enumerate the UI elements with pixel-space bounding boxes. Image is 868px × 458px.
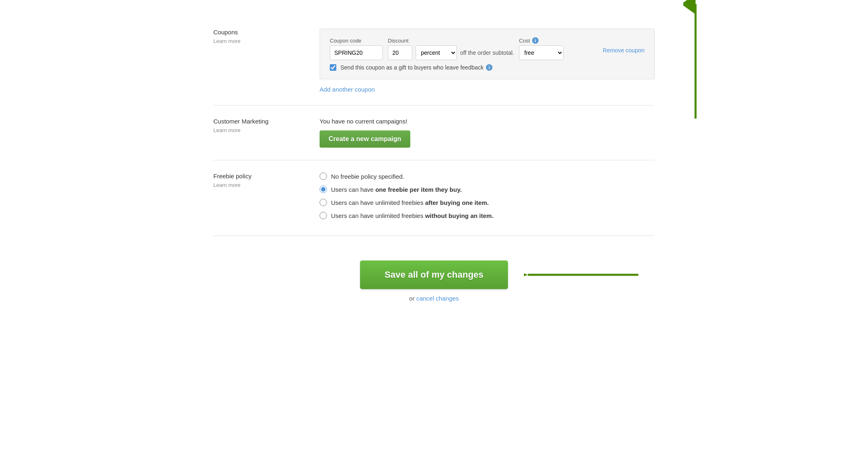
freebie-option-unlimited-without[interactable]: Users can have unlimited freebies withou… bbox=[320, 212, 655, 219]
freebie-radio-group: No freebie policy specified. Users can h… bbox=[320, 173, 655, 219]
coupon-code-group: Coupon code bbox=[330, 38, 383, 60]
checkbox-info-icon[interactable]: i bbox=[486, 64, 492, 71]
coupons-title: Coupons bbox=[213, 29, 307, 36]
coupons-section: Coupons Learn more Coupon code bbox=[213, 16, 655, 106]
cost-info-icon[interactable]: i bbox=[532, 37, 539, 44]
coupon-box: Coupon code Discount percent bbox=[320, 29, 655, 79]
gift-checkbox[interactable] bbox=[330, 64, 336, 71]
customer-marketing-learn-more[interactable]: Learn more bbox=[213, 127, 240, 133]
cost-label-row: Cost i bbox=[519, 37, 564, 44]
bottom-divider bbox=[213, 236, 655, 236]
freebie-option-one-per-item[interactable]: Users can have one freebie per item they… bbox=[320, 186, 655, 193]
freebie-policy-title: Freebie policy bbox=[213, 173, 307, 180]
freebie-bold-unlimited-without: without buying an item. bbox=[425, 212, 494, 219]
cost-label: Cost bbox=[519, 38, 530, 44]
freebie-bold-one-per-item: one freebie per item they buy. bbox=[375, 186, 461, 193]
coupons-label: Coupons Learn more bbox=[213, 29, 320, 93]
bottom-actions-row: Save all of my changes bbox=[213, 260, 655, 289]
customer-marketing-section: Customer Marketing Learn more You have n… bbox=[213, 106, 655, 160]
cost-select[interactable]: free reduced standard bbox=[519, 45, 564, 60]
customer-marketing-title: Customer Marketing bbox=[213, 118, 307, 125]
arrow-left-annotation bbox=[524, 267, 647, 283]
discount-group: Discount percent fixed off the order sub… bbox=[388, 38, 514, 60]
save-button[interactable]: Save all of my changes bbox=[360, 260, 508, 289]
off-label: off the order subtotal. bbox=[460, 49, 514, 56]
no-campaigns-text: You have no current campaigns! bbox=[320, 118, 655, 125]
discount-row: percent fixed off the order subtotal. bbox=[388, 45, 514, 60]
freebie-radio-unlimited-without[interactable] bbox=[320, 212, 327, 219]
freebie-option-unlimited-after[interactable]: Users can have unlimited freebies after … bbox=[320, 199, 655, 206]
freebie-option-none-label: No freebie policy specified. bbox=[331, 173, 404, 180]
cancel-row: or cancel changes bbox=[409, 295, 459, 302]
gift-checkbox-row: Send this coupon as a gift to buyers who… bbox=[330, 64, 644, 71]
create-campaign-button[interactable]: Create a new campaign bbox=[320, 130, 410, 148]
gift-checkbox-label: Send this coupon as a gift to buyers who… bbox=[340, 64, 492, 71]
bottom-actions-section: Save all of my changes or cancel changes bbox=[213, 240, 655, 318]
remove-coupon-link[interactable]: Remove coupon bbox=[603, 46, 644, 54]
coupons-content: Coupon code Discount percent bbox=[320, 29, 655, 93]
freebie-radio-unlimited-after[interactable] bbox=[320, 199, 327, 206]
freebie-radio-none[interactable] bbox=[320, 173, 327, 180]
freebie-option-none[interactable]: No freebie policy specified. bbox=[320, 173, 655, 180]
coupon-code-input[interactable] bbox=[330, 45, 383, 60]
discount-type-select[interactable]: percent fixed bbox=[416, 45, 457, 60]
coupon-fields: Coupon code Discount percent bbox=[330, 37, 596, 60]
coupons-learn-more[interactable]: Learn more bbox=[213, 38, 240, 44]
freebie-bold-unlimited-after: after buying one item. bbox=[425, 199, 489, 206]
freebie-option-unlimited-after-label: Users can have unlimited freebies after … bbox=[331, 199, 489, 206]
cost-group: Cost i free reduced standard bbox=[519, 37, 564, 60]
cancel-link[interactable]: cancel changes bbox=[416, 295, 459, 302]
coupon-code-label: Coupon code bbox=[330, 38, 383, 44]
freebie-policy-section: Freebie policy Learn more No freebie pol… bbox=[213, 160, 655, 231]
discount-label: Discount bbox=[388, 38, 514, 44]
customer-marketing-label: Customer Marketing Learn more bbox=[213, 118, 320, 148]
freebie-radio-one-per-item[interactable] bbox=[320, 186, 327, 193]
add-coupon-link[interactable]: Add another coupon bbox=[320, 86, 375, 93]
freebie-policy-learn-more[interactable]: Learn more bbox=[213, 182, 240, 188]
freebie-policy-label: Freebie policy Learn more bbox=[213, 173, 320, 219]
customer-marketing-content: You have no current campaigns! Create a … bbox=[320, 118, 655, 148]
freebie-option-one-per-item-label: Users can have one freebie per item they… bbox=[331, 186, 462, 193]
freebie-option-unlimited-without-label: Users can have unlimited freebies withou… bbox=[331, 212, 494, 219]
cancel-prefix: or bbox=[409, 295, 416, 302]
freebie-policy-content: No freebie policy specified. Users can h… bbox=[320, 173, 655, 219]
arrow-up-annotation bbox=[683, 0, 708, 127]
discount-value-input[interactable] bbox=[388, 45, 412, 60]
coupon-header: Coupon code Discount percent bbox=[330, 37, 644, 60]
